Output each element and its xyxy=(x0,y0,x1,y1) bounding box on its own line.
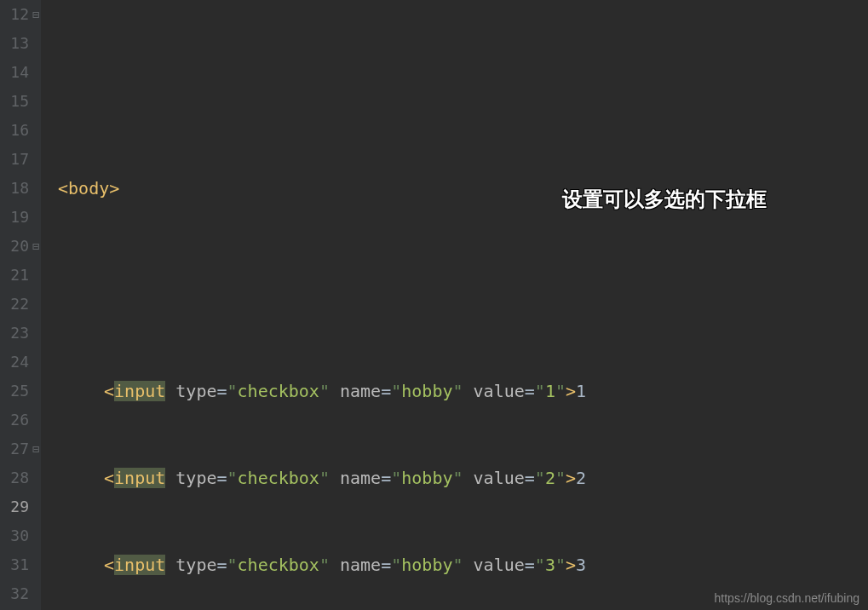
line-number: 25 xyxy=(0,377,41,406)
line-number: 31 xyxy=(0,550,41,579)
line-number: 14 xyxy=(0,58,41,87)
code-editor[interactable]: ⊟ ⊟ ⊟ <body> <input type="checkbox" name… xyxy=(41,0,868,610)
line-number: 17 xyxy=(0,145,41,174)
line-number: 23 xyxy=(0,319,41,348)
code-line[interactable]: <input type="checkbox" name="hobby" valu… xyxy=(58,463,868,492)
line-number-gutter: 12 13 14 15 16 17 18 19 20 21 22 23 24 2… xyxy=(0,0,41,610)
watermark-text: https://blog.csdn.net/ifubing xyxy=(715,591,859,605)
line-number: 21 xyxy=(0,261,41,290)
line-number-active: 29 xyxy=(0,492,41,521)
line-number: 19 xyxy=(0,203,41,232)
line-number: 26 xyxy=(0,406,41,434)
line-number: 22 xyxy=(0,290,41,319)
line-number: 28 xyxy=(0,463,41,492)
line-number: 30 xyxy=(0,521,41,550)
line-number: 15 xyxy=(0,87,41,116)
line-number: 18 xyxy=(0,174,41,203)
line-number: 16 xyxy=(0,116,41,145)
annotation-label: 设置可以多选的下拉框 xyxy=(562,186,767,213)
code-line[interactable] xyxy=(58,261,868,290)
line-number: 24 xyxy=(0,348,41,377)
fold-marker-icon[interactable]: ⊟ xyxy=(31,434,41,463)
fold-marker-icon[interactable]: ⊟ xyxy=(31,0,41,29)
line-number: 32 xyxy=(0,579,41,608)
code-line[interactable]: <input type="checkbox" name="hobby" valu… xyxy=(58,550,868,579)
code-line[interactable]: <input type="checkbox" name="hobby" valu… xyxy=(58,377,868,406)
line-number: 13 xyxy=(0,29,41,58)
fold-marker-icon[interactable]: ⊟ xyxy=(31,232,41,261)
